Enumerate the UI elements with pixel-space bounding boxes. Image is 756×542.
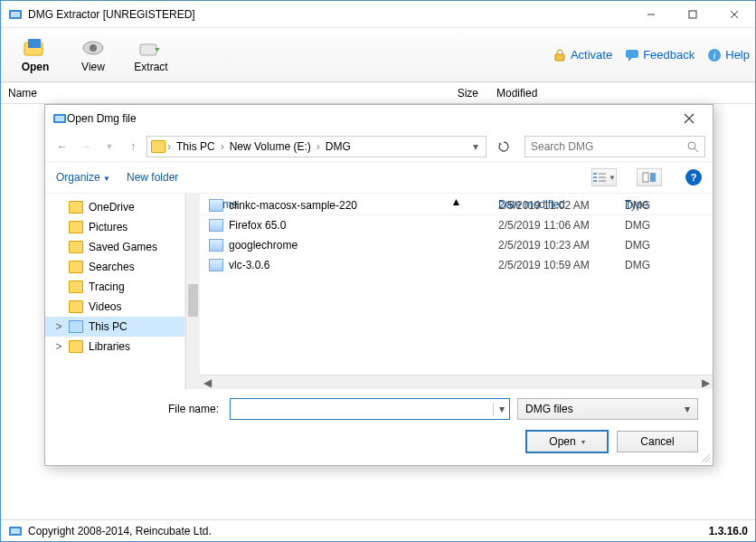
help-link[interactable]: i Help xyxy=(707,48,750,62)
view-button[interactable]: View xyxy=(64,37,122,73)
status-bar: Copyright 2008-2014, Reincubate Ltd. 1.3… xyxy=(1,519,755,541)
crumb-dmg[interactable]: DMG xyxy=(322,140,354,153)
breadcrumb[interactable]: › This PC › New Volume (E:) › DMG ▾ xyxy=(146,136,487,157)
feedback-link[interactable]: Feedback xyxy=(625,48,695,62)
dialog-nav: ← → ▼ ↑ › This PC › New Volume (E:) › DM… xyxy=(45,132,713,161)
folder-icon xyxy=(69,281,83,293)
dialog-toolbar: Organize ▼ New folder ▼ ? xyxy=(45,161,713,194)
pc-icon xyxy=(69,320,83,333)
svg-point-19 xyxy=(688,142,695,149)
filetype-value: DMG files xyxy=(525,403,573,415)
svg-rect-25 xyxy=(599,176,606,178)
file-row[interactable]: vlc-3.0.62/5/2019 10:59 AMDMG xyxy=(200,255,713,275)
organize-label: Organize xyxy=(56,171,100,184)
view-mode-button[interactable]: ▼ xyxy=(591,168,617,186)
dialog-cancel-button[interactable]: Cancel xyxy=(617,431,698,452)
tree-item-this-pc[interactable]: >This PC xyxy=(45,317,184,337)
folder-icon xyxy=(69,300,83,313)
tree-item-label: Pictures xyxy=(89,221,128,233)
tree-item-libraries[interactable]: >Libraries xyxy=(45,337,184,357)
preview-pane-button[interactable] xyxy=(637,168,662,186)
tree-item-pictures[interactable]: Pictures xyxy=(45,217,184,237)
crumb-volume[interactable]: New Volume (E:) xyxy=(226,140,315,153)
file-list-hscroll[interactable]: ◀ ▶ xyxy=(200,375,713,389)
crumb-this-pc[interactable]: This PC xyxy=(173,140,219,153)
new-folder-button[interactable]: New folder xyxy=(127,171,178,184)
search-input[interactable] xyxy=(531,140,687,153)
app-icon xyxy=(8,524,23,538)
dialog-bottom: File name: ▾ DMG files ▾ Open ▾ Cancel xyxy=(45,389,713,465)
dialog-close-button[interactable] xyxy=(673,107,705,130)
file-name: Firefox 65.0 xyxy=(229,219,286,232)
svg-rect-23 xyxy=(593,180,597,182)
open-button[interactable]: Open xyxy=(6,37,64,73)
chevron-down-icon[interactable]: ▼ xyxy=(99,137,119,157)
dialog-title: Open Dmg file xyxy=(67,112,673,125)
nav-back-button[interactable]: ← xyxy=(52,137,72,157)
resize-grip-icon[interactable] xyxy=(700,452,711,463)
tree-item-searches[interactable]: Searches xyxy=(45,257,184,277)
tree-item-onedrive[interactable]: OneDrive xyxy=(45,197,184,217)
col-modified[interactable]: Modified xyxy=(496,87,605,100)
chevron-down-icon: ▾ xyxy=(685,403,690,415)
close-button[interactable] xyxy=(713,1,755,28)
chevron-down-icon[interactable]: ▾ xyxy=(493,403,509,415)
nav-forward-button[interactable]: → xyxy=(76,137,96,157)
file-date: 2/5/2019 11:06 AM xyxy=(498,219,625,232)
breadcrumb-dropdown[interactable]: ▾ xyxy=(469,140,482,153)
folder-icon xyxy=(69,261,83,273)
expand-icon[interactable]: > xyxy=(54,340,63,353)
filename-input[interactable] xyxy=(231,403,493,415)
col-name[interactable]: Name xyxy=(8,87,424,100)
dmg-file-icon xyxy=(209,259,223,271)
scroll-right-icon[interactable]: ▶ xyxy=(698,376,713,389)
tree-item-videos[interactable]: Videos xyxy=(45,297,184,317)
file-date: 2/5/2019 10:23 AM xyxy=(498,239,625,252)
maximize-button[interactable] xyxy=(672,1,713,28)
file-row[interactable]: clinkc-macosx-sample-2202/5/2019 11:02 A… xyxy=(200,195,713,215)
tree-item-label: Libraries xyxy=(89,340,130,353)
tree-item-label: This PC xyxy=(89,320,128,333)
filetype-combo[interactable]: DMG files ▾ xyxy=(517,398,698,420)
feedback-label: Feedback xyxy=(643,48,695,62)
minimize-button[interactable] xyxy=(630,1,672,28)
folder-tree[interactable]: OneDrivePicturesSaved GamesSearchesTraci… xyxy=(45,194,185,389)
tree-item-tracing[interactable]: Tracing xyxy=(45,277,184,297)
filename-combo[interactable]: ▾ xyxy=(230,398,510,420)
dialog-icon xyxy=(52,111,67,126)
activate-link[interactable]: Activate xyxy=(553,48,612,62)
scroll-left-icon[interactable]: ◀ xyxy=(200,376,214,389)
extract-button[interactable]: Extract xyxy=(122,37,180,73)
tree-scrollbar[interactable] xyxy=(185,194,200,389)
refresh-button[interactable] xyxy=(494,137,514,157)
file-date: 2/5/2019 10:59 AM xyxy=(498,259,625,271)
svg-text:i: i xyxy=(713,50,716,61)
lock-icon xyxy=(553,48,567,62)
svg-rect-3 xyxy=(689,11,696,18)
organize-menu[interactable]: Organize ▼ xyxy=(56,171,110,184)
open-label: Open xyxy=(22,61,50,73)
chevron-right-icon: › xyxy=(165,140,173,153)
feedback-icon xyxy=(625,48,639,62)
expand-icon[interactable]: > xyxy=(54,320,63,333)
file-type: DMG xyxy=(625,219,713,232)
file-row[interactable]: Firefox 65.02/5/2019 11:06 AMDMG xyxy=(200,215,713,235)
file-type: DMG xyxy=(625,259,713,271)
svg-rect-11 xyxy=(555,54,564,61)
search-icon xyxy=(687,141,699,153)
open-btn-label: Open xyxy=(549,435,575,448)
nav-up-button[interactable]: ↑ xyxy=(123,137,143,157)
app-icon xyxy=(8,7,23,22)
dialog-open-button[interactable]: Open ▾ xyxy=(526,431,608,452)
file-row[interactable]: googlechrome2/5/2019 10:23 AMDMG xyxy=(200,235,713,255)
search-field[interactable] xyxy=(524,136,705,157)
folder-icon xyxy=(69,241,83,253)
titlebar: DMG Extractor [UNREGISTERED] xyxy=(1,1,755,28)
open-file-dialog: Open Dmg file ← → ▼ ↑ › This PC › New Vo… xyxy=(44,104,713,466)
version-text: 1.3.16.0 xyxy=(709,525,748,537)
svg-point-9 xyxy=(90,44,97,52)
help-button[interactable]: ? xyxy=(685,169,702,185)
col-size[interactable]: Size xyxy=(424,87,496,100)
tree-item-saved-games[interactable]: Saved Games xyxy=(45,237,184,257)
file-type: DMG xyxy=(625,199,713,212)
